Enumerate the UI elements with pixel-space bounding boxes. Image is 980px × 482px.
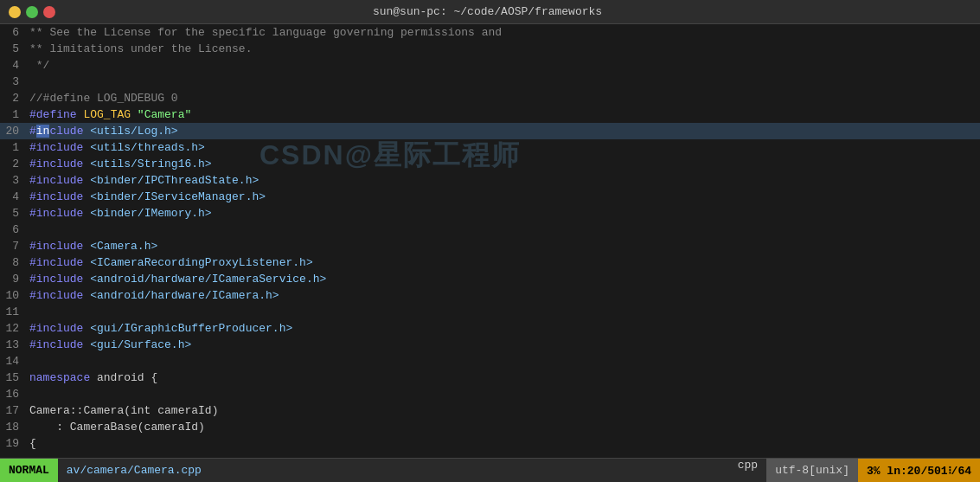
line-content <box>26 222 980 238</box>
code-line: 20#include <utils/Log.h> <box>0 123 980 139</box>
code-line: 15namespace android { <box>0 370 980 386</box>
code-line: 11 <box>0 304 980 320</box>
line-number: 4 <box>0 189 26 205</box>
line-number: 6 <box>0 24 26 41</box>
code-line: 3#include <binder/IPCThreadState.h> <box>0 172 980 189</box>
code-line: 16 <box>0 386 980 402</box>
code-line: 9#include <android/hardware/ICameraServi… <box>0 271 980 287</box>
status-file: av/camera/Camera.cpp <box>58 464 729 477</box>
code-line: 14 <box>0 353 980 370</box>
line-content <box>26 304 980 320</box>
line-content: { <box>26 435 980 452</box>
line-content: #include <android/hardware/ICamera.h> <box>26 287 980 304</box>
line-number: 2 <box>0 156 26 172</box>
code-line: 1#include <utils/threads.h> <box>0 139 980 156</box>
window-controls[interactable] <box>9 6 55 18</box>
line-content <box>26 353 980 370</box>
line-number: 18 <box>0 419 26 435</box>
titlebar-title: sun@sun-pc: ~/code/AOSP/frameworks <box>55 5 919 18</box>
line-content: //#define LOG_NDEBUG 0 <box>26 90 980 106</box>
code-line: 2#include <utils/String16.h> <box>0 156 980 172</box>
line-content: #include <ICameraRecordingProxyListener.… <box>26 254 980 271</box>
line-number: 1 <box>0 139 26 156</box>
code-line: 7#include <Camera.h> <box>0 238 980 254</box>
code-line: 18 : CameraBase(cameraId) <box>0 419 980 435</box>
titlebar: sun@sun-pc: ~/code/AOSP/frameworks <box>0 0 980 24</box>
line-number: 2 <box>0 90 26 106</box>
line-number: 11 <box>0 304 26 320</box>
code-line: 6 <box>0 222 980 238</box>
line-content: Camera::Camera(int cameraId) <box>26 402 980 419</box>
code-line: 6** See the License for the specific lan… <box>0 24 980 41</box>
close-button[interactable] <box>43 6 55 18</box>
line-content: #include <gui/Surface.h> <box>26 337 980 353</box>
line-number: 4 <box>0 57 26 74</box>
line-content: */ <box>26 57 980 74</box>
line-number: 12 <box>0 320 26 337</box>
status-right: cpp utf-8[unix] 3% ln:20/501⁝/64 <box>729 459 980 483</box>
code-line: 5#include <binder/IMemory.h> <box>0 205 980 222</box>
line-content: #include <binder/IServiceManager.h> <box>26 189 980 205</box>
code-line: 1#define LOG_TAG "Camera" <box>0 106 980 123</box>
code-line: 3 <box>0 74 980 90</box>
code-line: 17Camera::Camera(int cameraId) <box>0 402 980 419</box>
line-number: 3 <box>0 172 26 189</box>
line-content: #include <binder/IPCThreadState.h> <box>26 172 980 189</box>
code-line: 13#include <gui/Surface.h> <box>0 337 980 353</box>
line-number: 19 <box>0 435 26 452</box>
line-number: 7 <box>0 238 26 254</box>
line-content: #include <binder/IMemory.h> <box>26 205 980 222</box>
code-line: 8#include <ICameraRecordingProxyListener… <box>0 254 980 271</box>
code-line: 12#include <gui/IGraphicBufferProducer.h… <box>0 320 980 337</box>
status-mode: NORMAL <box>0 459 58 483</box>
line-number: 20 <box>0 123 26 139</box>
line-number: 6 <box>0 222 26 238</box>
line-content: #include <utils/Log.h> <box>26 123 980 139</box>
line-content: #include <Camera.h> <box>26 238 980 254</box>
line-number: 3 <box>0 74 26 90</box>
line-content: namespace android { <box>26 370 980 386</box>
line-content: #include <android/hardware/ICameraServic… <box>26 271 980 287</box>
line-number: 5 <box>0 205 26 222</box>
code-lines: 6** See the License for the specific lan… <box>0 24 980 452</box>
line-number: 9 <box>0 271 26 287</box>
line-number: 1 <box>0 106 26 123</box>
line-content: #include <gui/IGraphicBufferProducer.h> <box>26 320 980 337</box>
line-content <box>26 386 980 402</box>
code-line: 4#include <binder/IServiceManager.h> <box>0 189 980 205</box>
code-line: 2//#define LOG_NDEBUG 0 <box>0 90 980 106</box>
line-number: 10 <box>0 287 26 304</box>
line-number: 8 <box>0 254 26 271</box>
line-number: 13 <box>0 337 26 353</box>
statusbar: NORMAL av/camera/Camera.cpp cpp utf-8[un… <box>0 458 980 482</box>
line-content <box>26 74 980 90</box>
status-encoding: utf-8[unix] <box>766 459 858 483</box>
code-line: 19{ <box>0 435 980 452</box>
line-number: 14 <box>0 353 26 370</box>
line-content: ** See the License for the specific lang… <box>26 24 980 41</box>
line-content: ** limitations under the License. <box>26 41 980 57</box>
maximize-button[interactable] <box>26 6 38 18</box>
editor[interactable]: CSDN@星际工程师 6** See the License for the s… <box>0 24 980 458</box>
line-content: #include <utils/String16.h> <box>26 156 980 172</box>
status-position: 3% ln:20/501⁝/64 <box>858 459 980 483</box>
code-line: 5** limitations under the License. <box>0 41 980 57</box>
line-number: 5 <box>0 41 26 57</box>
status-filetype: cpp <box>729 459 766 483</box>
minimize-button[interactable] <box>9 6 21 18</box>
line-number: 16 <box>0 386 26 402</box>
line-number: 17 <box>0 402 26 419</box>
code-line: 10#include <android/hardware/ICamera.h> <box>0 287 980 304</box>
line-content: #define LOG_TAG "Camera" <box>26 106 980 123</box>
line-content: : CameraBase(cameraId) <box>26 419 980 435</box>
line-content: #include <utils/threads.h> <box>26 139 980 156</box>
line-number: 15 <box>0 370 26 386</box>
code-line: 4 */ <box>0 57 980 74</box>
